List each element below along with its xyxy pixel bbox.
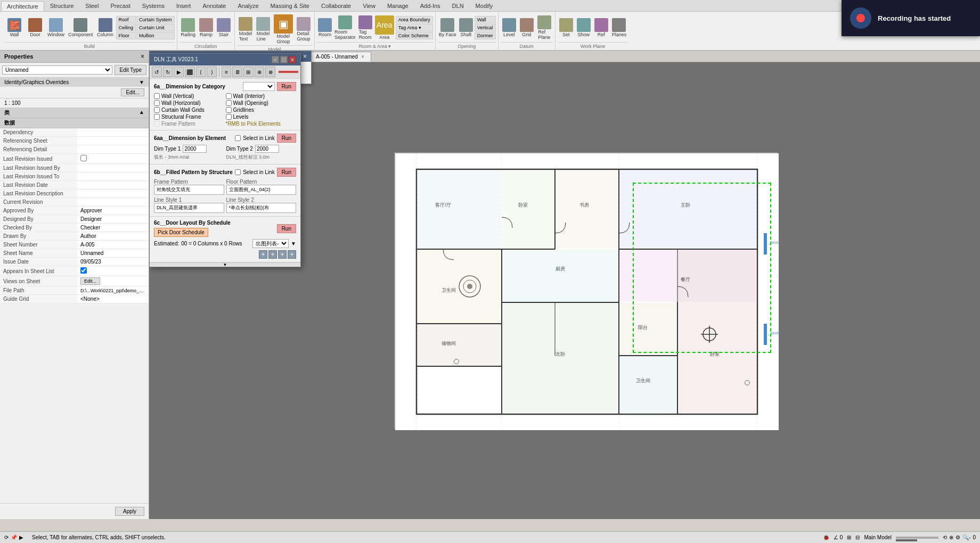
btn-stair[interactable]: Stair — [215, 17, 232, 38]
tab-analyze[interactable]: Analyze — [232, 1, 264, 11]
btn-roof[interactable]: Roof — [116, 16, 136, 23]
btn-floor[interactable]: Floor — [116, 32, 136, 39]
select-in-link-6aa[interactable] — [235, 135, 241, 141]
btn-show[interactable]: Show — [575, 17, 592, 38]
tab-architecture[interactable]: Architecture — [1, 1, 44, 11]
btn-railing[interactable]: Railing — [179, 17, 198, 38]
btn-tag-area[interactable]: Tag Area ▾ — [396, 24, 433, 31]
revision-issued-checkbox[interactable] — [80, 155, 87, 161]
btn-grid[interactable]: Grid — [518, 17, 535, 38]
section-6b-run[interactable]: Run — [277, 168, 296, 177]
btn-shaft[interactable]: Shaft — [458, 17, 474, 38]
add-btn-1[interactable]: + — [259, 250, 267, 259]
tab-modify[interactable]: Modify — [470, 1, 499, 11]
add-btn-3[interactable]: + — [278, 250, 287, 259]
tb-btn-1[interactable]: ↺ — [152, 67, 162, 77]
btn-by-face[interactable]: By Face — [438, 17, 458, 38]
canvas-tab-close[interactable]: × — [361, 54, 364, 60]
tab-systems[interactable]: Systems — [136, 1, 170, 11]
dim-type-1-value[interactable] — [183, 145, 207, 153]
btn-workplane-ext[interactable]: Planes — [610, 17, 628, 38]
btn-model-line[interactable]: ModelLine — [255, 16, 272, 43]
dln-maximize-btn[interactable]: □ — [280, 56, 288, 63]
add-btn-2[interactable]: + — [268, 250, 277, 259]
btn-ceiling[interactable]: Ceiling — [116, 24, 136, 31]
cb-gridlines[interactable]: Gridlines — [226, 107, 297, 113]
tab-annotate[interactable]: Annotate — [197, 1, 232, 11]
project-browser-close[interactable]: × — [303, 53, 307, 60]
btn-model-group[interactable]: ▣ ModelGroup — [272, 13, 295, 45]
tb-btn-11[interactable]: ⊗ — [265, 67, 275, 77]
btn-ramp[interactable]: Ramp — [198, 17, 215, 38]
tab-view[interactable]: View — [357, 1, 381, 11]
btn-room[interactable]: Room — [317, 17, 333, 38]
section-data-header[interactable]: 数据 — [0, 118, 149, 128]
cb-structural-frame[interactable]: Structural Frame — [154, 114, 225, 120]
cb-curtain-wall-grids[interactable]: Curtain Wall Grids — [154, 107, 225, 113]
tab-insert[interactable]: Insert — [170, 1, 197, 11]
section-graphics[interactable]: 类 ▲ — [0, 108, 149, 118]
tb-btn-3[interactable]: ▶ — [174, 67, 184, 77]
add-btn-4[interactable]: + — [288, 250, 296, 259]
btn-area[interactable]: Area Area — [374, 14, 395, 41]
pin-icon[interactable]: 📌 — [11, 534, 17, 540]
type-selector-dropdown[interactable]: Unnamed — [2, 65, 112, 75]
tab-dln[interactable]: DLN — [446, 1, 470, 11]
cb-wall-horizontal[interactable]: Wall (Horizontal) — [154, 100, 225, 106]
select-in-link-6b[interactable] — [235, 169, 241, 175]
canvas-tab-a005[interactable]: A-005 - Unnamed × — [309, 52, 371, 62]
sync-icon[interactable]: ⟳ — [4, 534, 9, 540]
tab-steel[interactable]: Steel — [79, 1, 104, 11]
output-dropdown-arrow[interactable]: ▼ — [291, 241, 296, 246]
cb-wall-interior[interactable]: Wall (Interior) — [226, 93, 297, 99]
btn-vertical[interactable]: Vertical — [475, 24, 496, 31]
section-identity-header[interactable]: Identity/Graphics Overrides ▼ — [0, 78, 149, 87]
output-list-select[interactable]: 出图列表- — [252, 239, 289, 248]
edit-type-button[interactable]: Edit Type — [115, 65, 146, 75]
fit-icon[interactable]: ⊕ — [949, 534, 953, 540]
tab-massing[interactable]: Massing & Site — [265, 1, 315, 11]
tb-btn-8[interactable]: ≣ — [232, 67, 242, 77]
sheet-list-checkbox[interactable] — [80, 267, 87, 274]
btn-model-text[interactable]: ModelText — [237, 16, 254, 43]
tb-btn-4[interactable]: ⬛ — [185, 67, 195, 77]
tab-precast[interactable]: Precast — [104, 1, 136, 11]
tb-btn-7[interactable]: ≡ — [222, 67, 232, 77]
tb-btn-10[interactable]: ⊕ — [255, 67, 265, 77]
tb-btn-2[interactable]: ↻ — [163, 67, 173, 77]
btn-wall[interactable]: 🧱 Wall — [4, 17, 24, 38]
cb-wall-vertical[interactable]: Wall (Vertical) — [154, 93, 225, 99]
btn-level[interactable]: Level — [501, 17, 518, 38]
properties-close[interactable]: × — [141, 53, 144, 60]
btn-room-separator[interactable]: RoomSeparator — [333, 14, 357, 41]
pick-door-schedule-btn[interactable]: Pick Door Schedule — [154, 228, 208, 237]
btn-door[interactable]: Door — [25, 17, 45, 38]
btn-ref-plane[interactable]: RefPlane — [536, 14, 553, 41]
apply-button[interactable]: Apply — [115, 507, 144, 516]
btn-curtain-unit[interactable]: Curtain Unit — [136, 24, 175, 31]
identity-edit-btn[interactable]: Edit... — [121, 88, 144, 96]
tab-manage[interactable]: Manage — [381, 1, 414, 11]
tb-btn-9[interactable]: ⊞ — [243, 67, 254, 77]
tb-btn-5[interactable]: ⟨ — [196, 67, 206, 77]
btn-tag-room[interactable]: TagRoom — [357, 14, 373, 41]
btn-curtain-system[interactable]: Curtain System — [136, 16, 175, 23]
dln-minimize-btn[interactable]: − — [272, 56, 279, 63]
section-6aa-run[interactable]: Run — [277, 134, 296, 143]
btn-color-scheme[interactable]: Color Scheme — [396, 32, 433, 39]
expand-icon[interactable]: ▶ — [19, 534, 23, 540]
btn-ref[interactable]: Ref — [593, 17, 610, 38]
btn-dormer[interactable]: Dormer — [475, 32, 496, 39]
btn-window[interactable]: Window — [46, 17, 66, 38]
dim-type-2-value[interactable] — [255, 145, 279, 153]
zoom-out-icon[interactable]: 🔍- — [962, 534, 970, 540]
btn-set[interactable]: Set — [558, 17, 575, 38]
tab-structure[interactable]: Structure — [44, 1, 80, 11]
btn-detail-group[interactable]: DetailGroup — [295, 16, 312, 43]
btn-column[interactable]: Column — [95, 17, 116, 38]
section-6a-dropdown[interactable] — [243, 82, 275, 91]
btn-wall-open[interactable]: Wall — [475, 16, 496, 23]
view-control-1[interactable]: ⊞ — [847, 534, 851, 540]
btn-mullion[interactable]: Mullion — [136, 32, 175, 39]
tab-collaborate[interactable]: Collaborate — [315, 1, 357, 11]
